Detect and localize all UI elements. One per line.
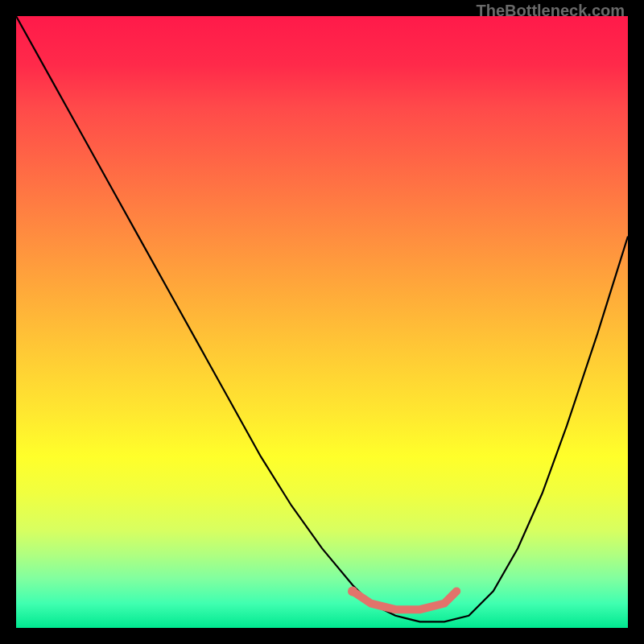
chart-plot-area [16, 16, 628, 628]
bottleneck-curve [16, 16, 628, 621]
highlight-dot [348, 586, 357, 596]
watermark-text: TheBottleneck.com [477, 2, 625, 20]
highlight-segment [353, 591, 456, 609]
chart-svg [16, 16, 628, 628]
